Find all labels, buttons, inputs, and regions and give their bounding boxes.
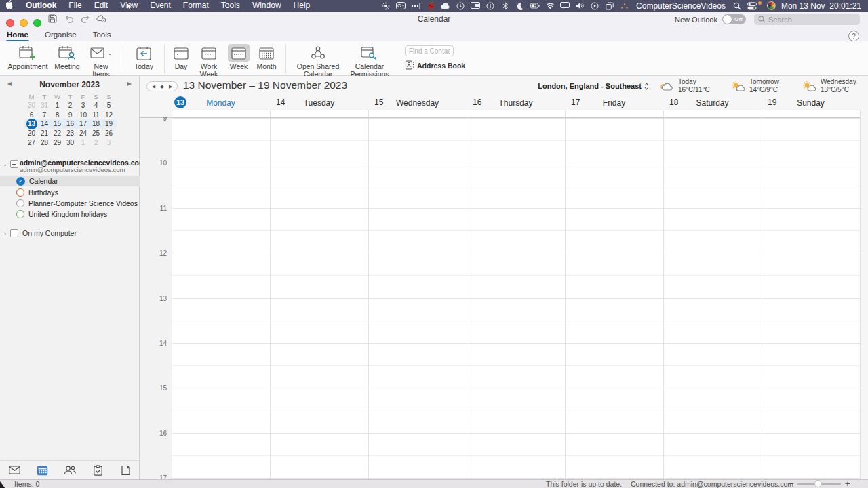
mini-calendar-day[interactable]: 17 [77,119,90,129]
mini-calendar-day[interactable]: 27 [25,138,38,148]
volume-icon[interactable] [575,1,585,11]
menu-bar-clock[interactable]: Mon 13 Nov 20:01:21 [781,1,861,11]
info-icon[interactable] [486,1,495,11]
user-avatar[interactable] [767,1,776,10]
new-outlook-toggle[interactable]: Off [722,14,746,24]
mini-calendar-day[interactable]: 20 [25,129,38,138]
appointment-button[interactable]: Appointment [7,44,49,70]
on-my-computer-row[interactable]: › On my Computer [0,228,140,239]
people-module-icon[interactable] [64,464,76,476]
menu-help[interactable]: Help [288,0,317,12]
more-pipe-icon[interactable] [411,1,420,11]
mini-calendar-day[interactable]: 16 [64,119,77,129]
wifi-icon[interactable] [545,1,555,11]
apple-menu-icon[interactable] [0,0,20,12]
calendar-color-circle[interactable] [16,199,24,207]
spotlight-search-icon[interactable] [732,1,742,11]
mini-calendar-day[interactable]: 15 [51,119,64,129]
mini-calendar-day[interactable]: 21 [38,129,51,138]
weather-forecast[interactable]: Wednesday13°C/5°C [802,78,863,94]
day-header[interactable]: 16Thursday [467,95,565,110]
mini-calendar-day[interactable]: 9 [64,110,77,120]
menu-edit[interactable]: Edit [88,0,115,12]
go-to-today-icon[interactable]: ◆ [160,84,163,89]
calendar-permissions-button[interactable]: Calendar Permissions [347,44,393,79]
do-not-disturb-moon-icon[interactable] [515,1,525,11]
day-header[interactable]: 13Monday [172,95,270,110]
mini-calendar-day[interactable]: 24 [77,129,90,138]
day-header[interactable]: 14Tuesday [270,95,368,110]
mini-calendar-day[interactable]: 1 [51,101,64,110]
calendar-color-circle[interactable]: ✓ [16,177,25,186]
work-week-view-button[interactable]: Work Week [194,44,224,79]
calendar-list-item[interactable]: United Kingdom holidays [0,209,140,220]
mini-calendar-day[interactable]: 13 [26,119,37,129]
mini-calendar-day[interactable]: 31 [38,101,51,110]
new-items-button[interactable]: ⌄ New Items [85,44,117,79]
clock-icon[interactable] [456,1,465,11]
today-button[interactable]: Today [130,44,158,70]
menu-file[interactable]: File [62,0,87,12]
menu-tools[interactable]: Tools [215,0,246,12]
mini-calendar-day[interactable]: 25 [90,129,102,138]
all-day-events-row[interactable] [172,110,860,117]
mini-calendar-day[interactable]: 11 [90,110,102,120]
calendar-color-circle[interactable] [16,188,24,197]
day-view-button[interactable]: Day [171,44,191,70]
mini-calendar-day[interactable]: 8 [51,110,64,120]
mini-calendar-day[interactable]: 14 [38,119,51,129]
window-stack-icon[interactable] [605,1,614,11]
weather-location-selector[interactable]: London, England - Southeast [538,82,649,90]
zoom-slider-thumb[interactable] [814,480,822,487]
mini-calendar-day[interactable]: 3 [102,138,115,148]
mini-calendar-day[interactable]: 10 [77,110,90,120]
day-header[interactable]: 15Wednesday [368,95,467,110]
find-contact-input[interactable] [405,45,454,56]
bluetooth-icon[interactable] [500,1,510,11]
antivirus-app-icon[interactable] [426,1,435,11]
display-icon[interactable] [560,1,570,11]
tasks-module-icon[interactable] [92,464,104,476]
search-box[interactable] [754,14,860,25]
mini-calendar-next-icon[interactable]: ▶ [127,81,132,87]
calendar-list-item[interactable]: Planner-Computer Science Videos [0,198,140,209]
mini-calendar-day[interactable]: 12 [102,110,115,120]
zoom-in-button[interactable]: + [845,479,850,488]
help-button[interactable]: ? [848,30,859,41]
mini-calendar-day[interactable]: 2 [90,138,102,148]
week-view-button[interactable]: Week [226,44,251,70]
mini-calendar-day[interactable]: 1 [77,138,90,148]
dots-icon[interactable] [620,1,629,11]
search-input[interactable] [768,16,850,24]
mini-calendar-day[interactable]: 6 [25,110,38,120]
mini-calendar-day[interactable]: 2 [64,101,77,110]
tab-home[interactable]: Home [7,30,28,39]
calendar-color-circle[interactable] [16,210,24,218]
account-collapse-chevron-icon[interactable]: ⌄ [3,161,7,167]
vertical-scrollbar[interactable] [860,110,868,479]
address-book-button[interactable]: Address Book [405,60,465,71]
mail-module-icon[interactable] [8,464,20,476]
mini-calendar-day[interactable]: 18 [90,119,102,129]
month-view-button[interactable]: Month [254,44,279,70]
zoom-out-button[interactable]: − [789,479,794,488]
mini-calendar-day[interactable]: 4 [90,101,102,110]
open-shared-calendar-button[interactable]: Open Shared Calendar [292,44,344,79]
screen-record-icon[interactable] [396,1,406,11]
menu-format[interactable]: Format [177,0,215,12]
weather-forecast[interactable]: Tomorrow14°C/9°C [730,78,791,94]
meeting-button[interactable]: Meeting [52,44,83,70]
onedrive-cloud-icon[interactable] [441,1,450,11]
tab-organise[interactable]: Organise [45,30,77,39]
display-status-icon[interactable] [471,1,480,11]
mini-calendar-day[interactable]: 30 [25,101,38,110]
menu-event[interactable]: Event [144,0,177,12]
mini-calendar-day[interactable]: 7 [38,110,51,120]
next-week-icon[interactable]: ▶ [169,84,172,89]
day-header[interactable]: 18Saturday [663,95,762,110]
prev-week-icon[interactable]: ◀ [152,84,155,89]
day-header[interactable]: 17Friday [565,95,663,110]
mini-calendar-day[interactable]: 26 [102,129,115,138]
control-center-icon[interactable] [747,1,757,11]
expand-chevron-icon[interactable]: › [4,230,6,237]
